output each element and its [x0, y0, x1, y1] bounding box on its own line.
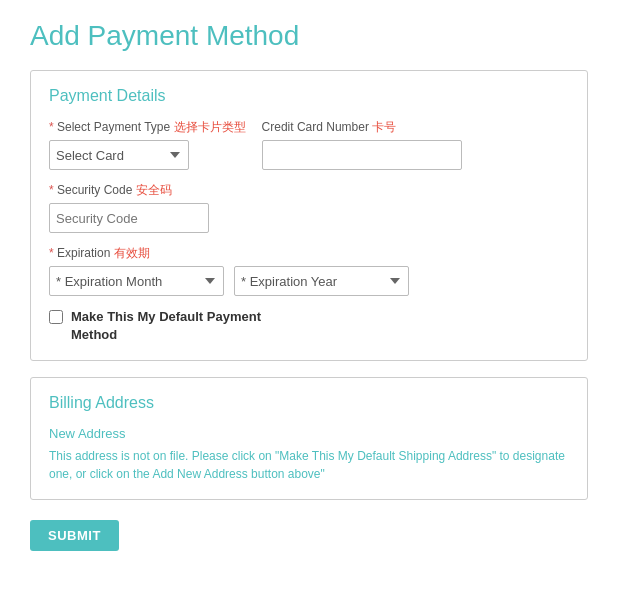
submit-button[interactable]: SUBMIT	[30, 520, 119, 551]
card-number-input[interactable]	[262, 140, 462, 170]
billing-address-title: Billing Address	[49, 394, 569, 412]
select-payment-label: * Select Payment Type 选择卡片类型	[49, 119, 246, 136]
expiration-group: * Expiration 有效期 * Expiration Month 0102…	[49, 245, 409, 296]
expiration-month-dropdown[interactable]: * Expiration Month 010203 040506 070809 …	[49, 266, 224, 296]
payment-details-title: Payment Details	[49, 87, 569, 105]
security-code-row: * Security Code 安全码	[49, 182, 569, 233]
page-title: Add Payment Method	[30, 20, 588, 52]
expiration-annotation: 有效期	[114, 246, 150, 260]
default-payment-checkbox[interactable]	[49, 310, 63, 324]
card-number-group: Credit Card Number 卡号	[262, 119, 462, 170]
select-payment-annotation: 选择卡片类型	[174, 120, 246, 134]
payment-type-row: * Select Payment Type 选择卡片类型 Select Card…	[49, 119, 569, 170]
security-code-input[interactable]	[49, 203, 209, 233]
default-payment-label: Make This My Default Payment Method	[71, 308, 291, 344]
expiration-row: * Expiration 有效期 * Expiration Month 0102…	[49, 245, 569, 296]
select-card-dropdown[interactable]: Select Card Visa Mastercard American Exp…	[49, 140, 189, 170]
expiration-selects: * Expiration Month 010203 040506 070809 …	[49, 266, 409, 296]
new-address-label: New Address	[49, 426, 569, 441]
select-payment-group: * Select Payment Type 选择卡片类型 Select Card…	[49, 119, 246, 170]
security-code-label: * Security Code 安全码	[49, 182, 209, 199]
billing-address-card: Billing Address New Address This address…	[30, 377, 588, 500]
card-number-annotation: 卡号	[372, 120, 396, 134]
default-payment-row: Make This My Default Payment Method	[49, 308, 569, 344]
payment-details-card: Payment Details * Select Payment Type 选择…	[30, 70, 588, 361]
expiration-label: * Expiration 有效期	[49, 245, 409, 262]
card-number-label: Credit Card Number 卡号	[262, 119, 462, 136]
expiration-year-dropdown[interactable]: * Expiration Year 202420252026 202720282…	[234, 266, 409, 296]
billing-note: This address is not on file. Please clic…	[49, 447, 569, 483]
security-code-annotation: 安全码	[136, 183, 172, 197]
security-code-group: * Security Code 安全码	[49, 182, 209, 233]
